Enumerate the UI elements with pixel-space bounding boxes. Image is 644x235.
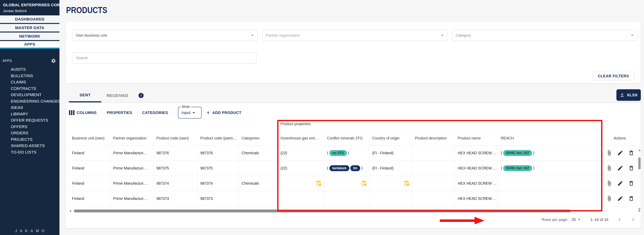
scroll-down-icon[interactable]: [638, 208, 640, 210]
cell-business-unit: Finland: [69, 160, 110, 176]
conflict-minerals-badge: tantalum: [330, 165, 349, 171]
horizontal-scrollbar-thumb[interactable]: [74, 210, 571, 212]
cell-product-code-own: 987375: [153, 160, 197, 176]
apps-item-ideas[interactable]: IDEAS: [11, 104, 60, 111]
trash-icon: [628, 150, 634, 156]
attach-file-button[interactable]: [604, 196, 615, 202]
pencil-icon: [617, 180, 623, 186]
jakamo-logo: JAKAMO: [0, 228, 60, 233]
nav-apps[interactable]: APPS: [0, 41, 60, 49]
cell-conflict-minerals: [324, 191, 369, 206]
cell-empty: [69, 206, 110, 208]
cell-empty: [197, 206, 238, 208]
nav-dashboards[interactable]: DASHBOARDS: [0, 16, 60, 23]
apps-item-claims[interactable]: CLAIMS: [11, 79, 60, 85]
cell-business-unit: Finland: [69, 145, 110, 160]
products-table-body: FinlandPrime Manufacturi…987376987376Che…: [69, 145, 638, 208]
org-name: GLOBAL ENTERPRISES CORP.: [3, 3, 63, 7]
cell-empty: [454, 206, 498, 208]
apps-item-shared-assets[interactable]: SHARED ASSETS: [11, 142, 60, 149]
properties-button[interactable]: PROPERTIES: [107, 110, 132, 115]
own-business-unit-select[interactable]: Own business unit: [72, 30, 258, 41]
pagination-range: 1–16 of 16: [590, 218, 608, 222]
pencil-icon: [617, 165, 623, 171]
scroll-up-icon[interactable]: [638, 149, 640, 151]
products-table-wrapper: Business unit (own) Partner organization…: [69, 119, 641, 208]
chevron-left-icon: [617, 217, 622, 222]
apps-item-bulletins[interactable]: BULLETINS: [11, 72, 60, 79]
pagination: Rows per page: 25 1–16 of 16: [66, 213, 641, 226]
attach-file-button[interactable]: [604, 180, 615, 186]
vertical-scrollbar[interactable]: [638, 148, 641, 211]
apps-section-header: APPS: [0, 58, 60, 64]
info-icon[interactable]: i: [138, 93, 144, 98]
nav-master-data[interactable]: MASTER DATA: [0, 24, 60, 32]
scroll-left-icon[interactable]: [69, 210, 71, 212]
col-conflict-minerals: Conflict minerals 3TG: [324, 129, 369, 145]
add-product-button[interactable]: + ADD PRODUCT: [206, 110, 241, 115]
edit-button[interactable]: [615, 196, 626, 202]
cell-country-of-origin: (FI - Finland): [369, 160, 412, 176]
xlsx-download-button[interactable]: XLSX: [616, 89, 641, 101]
cell-categories: [238, 160, 277, 176]
delete-button[interactable]: [626, 165, 637, 171]
cell-product-code-own: 987374: [153, 176, 197, 191]
cell-empty: [498, 206, 602, 208]
edit-button[interactable]: [615, 165, 626, 171]
tab-received[interactable]: RECEIVED: [101, 88, 134, 102]
tab-sent[interactable]: SENT: [69, 88, 101, 102]
cell-empty: [238, 206, 277, 208]
apps-item-offer-requests[interactable]: OFFER REQUESTS: [11, 117, 60, 124]
previous-page-button[interactable]: [617, 217, 622, 222]
page-title: PRODUCTS: [66, 5, 549, 15]
product-row: FinlandPrime Manufacturi…987376987376Che…: [69, 145, 638, 160]
caret-down-icon: [578, 219, 580, 220]
search-input[interactable]: [72, 52, 257, 64]
cell-product-description: [412, 176, 454, 191]
apps-item-development[interactable]: DEVELOPMENT: [11, 92, 60, 98]
apps-item-audits[interactable]: AUDITS: [11, 66, 60, 72]
filter-panel: Own business unit Partner organization C…: [66, 22, 641, 83]
apps-item-contracts[interactable]: CONTRACTS: [11, 85, 60, 92]
table-toolbar: COLUMNS PROPERTIES CATEGORIES Mode Input…: [69, 106, 641, 119]
apps-item-projects[interactable]: PROJECTS: [11, 136, 60, 143]
sidebar-header: GLOBAL ENTERPRISES CORP. Jordan Belford: [0, 0, 60, 16]
horizontal-scrollbar[interactable]: [69, 209, 641, 213]
edit-button[interactable]: [615, 180, 626, 186]
cell-actions: [602, 176, 638, 191]
cell-business-unit: Finland: [69, 191, 110, 206]
cell-categories: [238, 191, 277, 206]
cell-empty: [412, 206, 454, 208]
columns-button[interactable]: COLUMNS: [69, 110, 97, 115]
cell-actions: [602, 191, 638, 206]
rows-per-page-select[interactable]: 25: [572, 218, 580, 222]
cell-greenhouse-gas: [277, 191, 324, 206]
cell-reach: [498, 191, 602, 206]
delete-button[interactable]: [626, 180, 637, 186]
apps-item-library[interactable]: LIBRARY: [11, 111, 60, 117]
vertical-scrollbar-thumb[interactable]: [638, 157, 640, 170]
next-page-button[interactable]: [631, 217, 636, 222]
product-row: FinlandPrime Manufacturi…987375987375(22…: [69, 160, 638, 176]
product-properties-group-header: Product properties: [277, 119, 602, 129]
nav-network[interactable]: NETWORK: [0, 32, 60, 40]
apps-item-offers[interactable]: OFFERS: [11, 124, 60, 130]
edit-button[interactable]: [615, 150, 626, 156]
cell-actions: [602, 160, 638, 176]
categories-button[interactable]: CATEGORIES: [142, 110, 168, 115]
apps-item-engineering-changes[interactable]: ENGINEERING CHANGES: [11, 98, 60, 104]
sidebar: GLOBAL ENTERPRISES CORP. Jordan Belford …: [0, 0, 60, 235]
attach-file-button[interactable]: [604, 150, 615, 156]
apps-item-to-do-lists[interactable]: TO-DO LISTS: [11, 149, 60, 156]
settings-gear-icon[interactable]: [51, 58, 56, 64]
apps-item-orders[interactable]: ORDERS: [11, 130, 60, 136]
pending-status-icon: [404, 180, 410, 186]
delete-button[interactable]: [626, 196, 637, 202]
delete-button[interactable]: [626, 150, 637, 156]
category-select[interactable]: Category: [452, 30, 637, 41]
paperclip-icon: [606, 196, 612, 202]
clear-filters-button[interactable]: CLEAR FILTERS: [592, 72, 634, 80]
partner-organization-select[interactable]: Partner organization: [262, 30, 448, 41]
attach-file-button[interactable]: [604, 165, 615, 171]
mode-select[interactable]: Mode Input: [178, 107, 202, 118]
